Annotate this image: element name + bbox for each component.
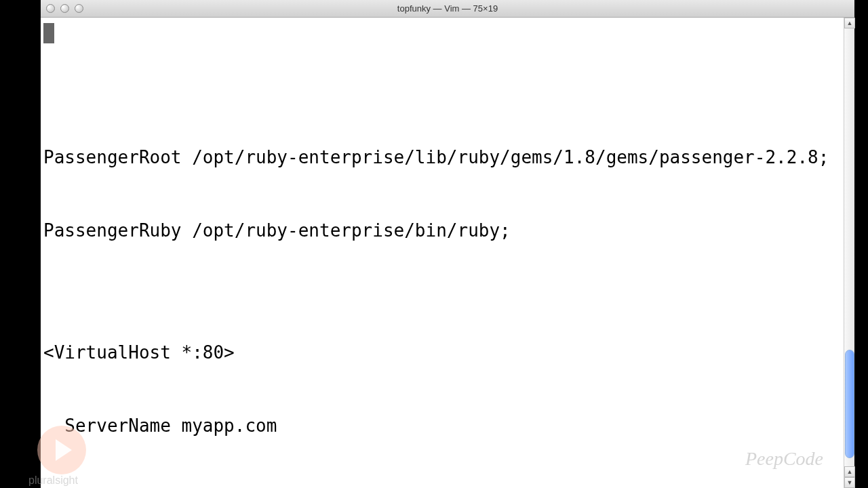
zoom-button[interactable] <box>75 4 83 13</box>
titlebar: topfunky — Vim — 75×19 <box>41 0 854 18</box>
editor-line: <VirtualHost *:80> <box>43 340 841 365</box>
vertical-scrollbar[interactable]: ▲ ▲ ▼ <box>844 18 854 488</box>
editor-line: ServerName myapp.com <box>43 413 841 438</box>
minimize-button[interactable] <box>60 4 69 13</box>
vim-editor[interactable]: PassengerRoot /opt/ruby-enterprise/lib/r… <box>41 18 844 488</box>
editor-line: PassengerRuby /opt/ruby-enterprise/bin/r… <box>43 218 841 243</box>
scroll-down-arrow-icon[interactable]: ▼ <box>844 477 855 488</box>
brand-text: pluralsight <box>28 474 78 487</box>
scroll-thumb[interactable] <box>845 350 854 458</box>
cursor <box>43 23 54 43</box>
editor-line: PassengerRoot /opt/ruby-enterprise/lib/r… <box>43 145 841 169</box>
watermark-text: PeepCode <box>745 447 823 471</box>
close-button[interactable] <box>46 4 55 13</box>
scroll-up-arrow-icon[interactable]: ▲ <box>844 18 855 28</box>
scroll-up-arrow-icon[interactable]: ▲ <box>844 466 855 477</box>
content-area: PassengerRoot /opt/ruby-enterprise/lib/r… <box>41 18 854 488</box>
terminal-window: topfunky — Vim — 75×19 PassengerRoot /op… <box>41 0 854 488</box>
window-title: topfunky — Vim — 75×19 <box>397 3 498 14</box>
traffic-lights <box>46 4 83 13</box>
